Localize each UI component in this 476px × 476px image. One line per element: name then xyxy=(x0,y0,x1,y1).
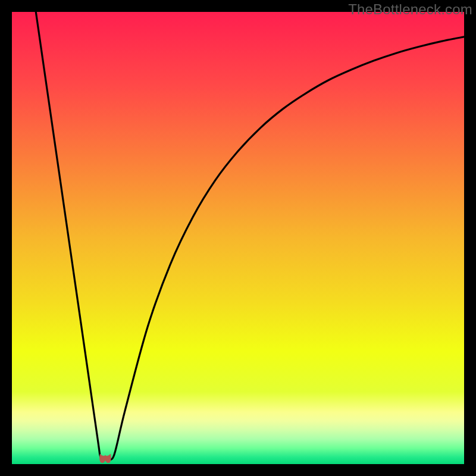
plot-area xyxy=(12,12,464,464)
watermark-text: TheBottleneck.com xyxy=(348,1,472,18)
chart-frame: TheBottleneck.com xyxy=(0,0,476,476)
chart-svg xyxy=(12,12,464,464)
gradient-background xyxy=(12,12,464,464)
